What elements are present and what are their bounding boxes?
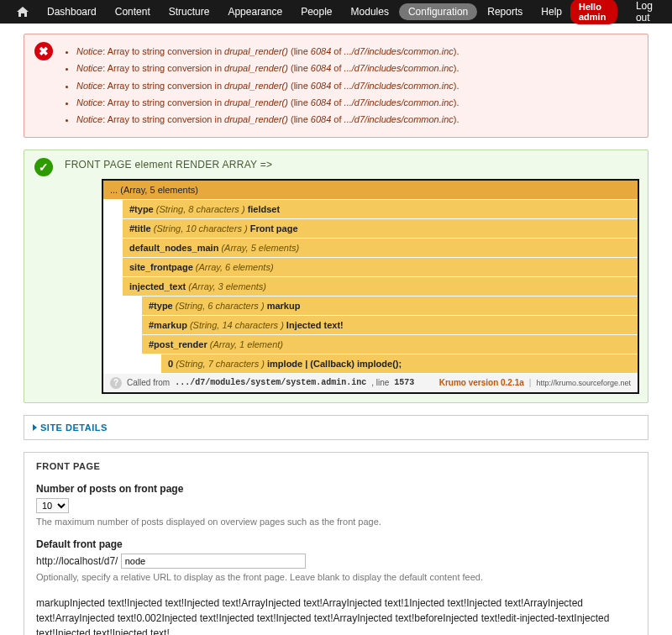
nav-content[interactable]: Content (107, 2, 159, 22)
nav-structure[interactable]: Structure (160, 2, 218, 22)
url-prefix: http://localhost/d7/ (36, 555, 118, 567)
error-item: Notice: Array to string conversion in dr… (76, 60, 639, 76)
krumo-footer: ? Called from .../d7/modules/system/syst… (103, 374, 638, 392)
nav-configuration[interactable]: Configuration (399, 3, 477, 20)
krumo-row[interactable]: #title (String, 10 characters ) Front pa… (123, 219, 638, 239)
krumo-row[interactable]: injected_text (Array, 3 elements) (123, 277, 638, 297)
nav-people[interactable]: People (292, 2, 340, 22)
logout-link[interactable]: Log out (627, 0, 664, 28)
error-item: Notice: Array to string conversion in dr… (76, 94, 639, 111)
ok-icon: ✓ (34, 158, 53, 176)
fieldset-legend-site-details[interactable]: SITE DETAILS (33, 422, 639, 433)
select-posts[interactable]: 10 (36, 498, 69, 513)
nav-modules[interactable]: Modules (343, 2, 397, 22)
krumo-row[interactable]: #type (String, 6 characters ) markup (142, 297, 638, 316)
krumo-row[interactable]: 0 (String, 7 characters ) implode | (Cal… (161, 354, 638, 374)
error-item: Notice: Array to string conversion in dr… (76, 43, 639, 60)
krumo-version: Krumo version 0.2.1a (439, 378, 524, 387)
desc-frontpage: Optionally, specify a relative URL to di… (36, 572, 636, 582)
hello-user-badge[interactable]: Hello admin (570, 0, 617, 24)
krumo-row[interactable]: #post_render (Array, 1 element) (142, 335, 638, 354)
krumo-row[interactable]: site_frontpage (Array, 6 elements) (123, 258, 638, 277)
fieldset-site-details: SITE DETAILS (24, 415, 648, 440)
krumo-row[interactable]: #markup (String, 14 characters ) Injecte… (142, 316, 638, 335)
form-item-posts: Number of posts on front page 10 The max… (36, 483, 636, 527)
nav-dashboard[interactable]: Dashboard (39, 2, 105, 22)
error-messages: ✖ Notice: Array to string conversion in … (24, 34, 648, 138)
nav-appearance[interactable]: Appearance (219, 2, 291, 22)
label-frontpage: Default front page (36, 538, 636, 550)
krumo-root: ... (Array, 5 elements) #type (String, 8… (102, 179, 639, 394)
injected-text-output: markupInjected text!Injected text!Inject… (36, 596, 636, 635)
fieldset-legend-front-page[interactable]: FRONT PAGE (36, 461, 636, 471)
label-posts: Number of posts on front page (36, 483, 636, 495)
admin-toolbar: Dashboard Content Structure Appearance P… (0, 0, 672, 24)
error-item: Notice: Array to string conversion in dr… (76, 111, 639, 128)
error-item: Notice: Array to string conversion in dr… (76, 77, 639, 94)
nav-reports[interactable]: Reports (479, 2, 531, 22)
chevron-right-icon (33, 424, 37, 431)
form-item-frontpage: Default front page http://localhost/d7/ … (36, 538, 636, 582)
krumo-row[interactable]: default_nodes_main (Array, 5 elements) (123, 239, 638, 258)
nav-help[interactable]: Help (533, 2, 570, 22)
krumo-link[interactable]: http://krumo.sourceforge.net (536, 379, 631, 387)
krumo-row[interactable]: ... (Array, 5 elements) (103, 181, 638, 200)
home-icon[interactable] (8, 3, 37, 21)
status-messages: ✓ FRONT PAGE element RENDER ARRAY => ...… (24, 150, 648, 403)
desc-posts: The maximum number of posts displayed on… (36, 517, 636, 527)
krumo-row[interactable]: #type (String, 8 characters ) fieldset (123, 200, 638, 219)
fieldset-front-page: FRONT PAGE Number of posts on front page… (24, 452, 648, 635)
help-icon: ? (110, 377, 122, 389)
input-frontpage[interactable] (121, 554, 306, 569)
error-icon: ✖ (34, 42, 53, 60)
status-heading: FRONT PAGE element RENDER ARRAY => (65, 159, 639, 171)
